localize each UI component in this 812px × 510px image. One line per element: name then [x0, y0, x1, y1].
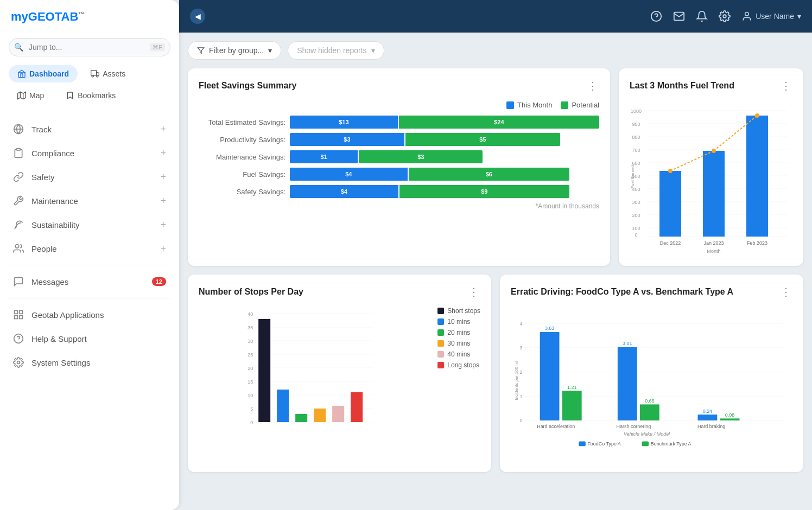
safety-expand[interactable]: + [160, 172, 166, 182]
svg-point-3 [92, 75, 93, 77]
svg-text:Jan 2023: Jan 2023 [703, 240, 724, 246]
svg-point-11 [15, 245, 19, 248]
feb-bar [746, 116, 768, 237]
10min-legend-dot [437, 318, 444, 325]
svg-text:Feb 2023: Feb 2023 [747, 240, 767, 246]
svg-rect-15 [15, 316, 18, 319]
filter-bar: Filter by group... ▾ Show hidden reports… [188, 41, 803, 60]
user-menu[interactable]: User Name ▾ [741, 11, 801, 22]
leaf-icon [13, 219, 24, 230]
filter-by-group-button[interactable]: Filter by group... ▾ [188, 41, 281, 60]
track-expand[interactable]: + [160, 124, 166, 134]
svg-rect-1 [91, 71, 97, 75]
people-expand[interactable]: + [160, 244, 166, 253]
svg-text:Hard braking: Hard braking [697, 424, 725, 429]
svg-text:0: 0 [519, 418, 522, 423]
link-icon [13, 171, 24, 182]
svg-rect-10 [17, 149, 21, 150]
sidebar-item-safety[interactable]: Safety + [0, 165, 179, 189]
svg-text:1.21: 1.21 [567, 385, 576, 390]
mail-icon[interactable] [673, 10, 685, 22]
savings-row-maintenance: Maintenance Savings: $1 $3 [199, 150, 599, 163]
total-blue-bar: $13 [290, 116, 398, 129]
svg-text:5: 5 [250, 406, 253, 412]
30min-legend-dot [437, 340, 444, 347]
compliance-expand[interactable]: + [160, 148, 166, 158]
svg-text:FoodCo Type A: FoodCo Type A [587, 441, 620, 447]
30min-bar [314, 409, 326, 422]
sidebar-item-messages[interactable]: Messages 12 [0, 270, 179, 294]
sidebar-item-track[interactable]: Track + [0, 117, 179, 141]
filter-icon [197, 47, 205, 54]
svg-text:2: 2 [519, 369, 522, 375]
svg-text:1: 1 [519, 394, 522, 399]
show-hidden-reports-button[interactable]: Show hidden reports ▾ [288, 41, 384, 60]
search-shortcut: ⌘F [150, 43, 165, 52]
svg-point-18 [17, 361, 20, 364]
divider-1 [9, 265, 170, 265]
sidebar: myGEOTAB™ 🔍 ⌘F Dashboard Assets Map Book… [0, 0, 179, 510]
sidebar-item-maintenance[interactable]: Maintenance + [0, 189, 179, 213]
erratic-foodco-legend-dot [579, 441, 586, 446]
sidebar-item-help[interactable]: Help & Support [0, 327, 179, 350]
trend-dot-feb [755, 113, 759, 118]
maintenance-blue-bar: $1 [290, 150, 358, 163]
svg-rect-12 [15, 311, 18, 314]
savings-row-total: Total Estimated Savings: $13 $24 [199, 116, 599, 129]
logo-my: my [11, 10, 28, 23]
svg-text:Month: Month [707, 248, 720, 253]
svg-text:1000: 1000 [631, 109, 642, 114]
map-icon [17, 91, 26, 100]
svg-text:Harsh cornering: Harsh cornering [617, 424, 651, 429]
sustainability-expand[interactable]: + [160, 220, 166, 229]
svg-text:15: 15 [248, 379, 253, 385]
sidebar-item-people[interactable]: People + [0, 237, 179, 260]
search-input[interactable] [9, 38, 170, 56]
sidebar-item-sustainability[interactable]: Sustainability + [0, 213, 179, 237]
message-icon [13, 276, 24, 287]
bell-icon[interactable] [696, 10, 708, 22]
safety-blue-bar: $4 [290, 185, 398, 198]
gear-icon[interactable] [719, 10, 731, 22]
fuel-trend-menu-button[interactable]: ⋮ [781, 79, 792, 92]
svg-rect-14 [20, 316, 23, 319]
tab-bookmarks[interactable]: Bookmarks [57, 87, 124, 104]
logo: myGEOTAB™ [0, 0, 179, 34]
fuel-blue-bar: $4 [290, 168, 408, 181]
svg-marker-5 [18, 92, 26, 99]
logo-text: myGEOTAB™ [11, 10, 84, 23]
stops-menu-button[interactable]: ⋮ [468, 285, 480, 298]
tab-assets[interactable]: Assets [82, 65, 134, 82]
svg-marker-2 [97, 72, 99, 75]
svg-text:3: 3 [519, 345, 522, 350]
svg-rect-0 [18, 73, 25, 78]
sidebar-item-settings[interactable]: System Settings [0, 350, 179, 374]
sidebar-item-compliance[interactable]: Compliance + [0, 141, 179, 165]
search-box: 🔍 ⌘F [9, 38, 170, 56]
svg-text:Dec 2022: Dec 2022 [660, 240, 681, 246]
svg-text:Incidents per 100 mi: Incidents per 100 mi [514, 361, 519, 400]
svg-text:3.63: 3.63 [545, 326, 554, 331]
ha-benchmark-bar [562, 391, 582, 420]
svg-text:100: 100 [632, 226, 640, 231]
svg-text:800: 800 [632, 135, 640, 140]
sidebar-item-geotab-apps[interactable]: Geotab Applications [0, 303, 179, 327]
help-icon[interactable] [650, 10, 662, 22]
savings-row-productivity: Productivity Savings: $3 $5 [199, 133, 599, 146]
tab-dashboard[interactable]: Dashboard [9, 65, 78, 82]
trend-dot-dec [668, 169, 673, 173]
svg-text:900: 900 [632, 122, 640, 127]
collapse-sidebar-button[interactable]: ◀ [190, 9, 205, 24]
main-area: ◀ User Name ▾ Filter by group... ▾ Sh [179, 0, 812, 510]
erratic-menu-button[interactable]: ⋮ [781, 285, 792, 298]
stops-per-day-card: Number of Stops Per Day ⋮ 40 35 30 25 20… [188, 275, 491, 472]
clipboard-icon [13, 148, 24, 158]
wrench-icon [13, 195, 24, 206]
savings-note: *Amount in thousands [199, 202, 599, 210]
stops-layout: 40 35 30 25 20 15 10 5 0 [199, 307, 480, 439]
fleet-savings-menu-button[interactable]: ⋮ [587, 79, 599, 92]
tab-map[interactable]: Map [9, 87, 53, 104]
maintenance-expand[interactable]: + [160, 196, 166, 206]
svg-text:Hard acceleration: Hard acceleration [537, 424, 575, 429]
svg-text:3.01: 3.01 [623, 341, 632, 346]
